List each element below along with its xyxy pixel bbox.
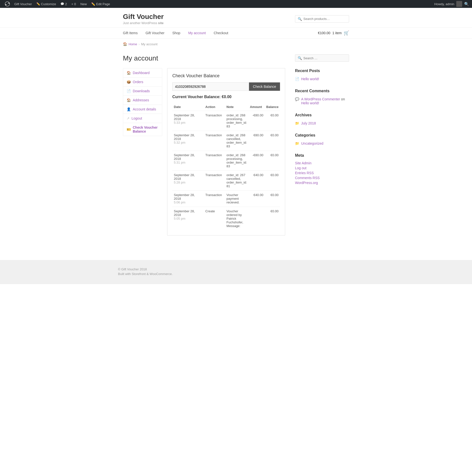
logout-icon: ↗	[127, 116, 130, 120]
account-nav-link-dashboard[interactable]: 🏠 Dashboard	[123, 68, 162, 77]
account-nav-item-orders: 📦 Orders	[123, 78, 162, 86]
sidebar-search-icon: 🔍	[298, 56, 302, 60]
breadcrumb-separator: ›	[139, 42, 140, 46]
site-footer: © Gift Voucher 2018 Built with Storefron…	[0, 260, 472, 284]
table-row: September 28, 20185:06 pm Transaction Vo…	[172, 191, 280, 207]
recent-comments-widget: Recent Comments 💬 A WordPress Commenter …	[295, 89, 349, 106]
dashboard-icon: 🏠	[127, 71, 131, 75]
header-search-box: 🔍	[295, 15, 349, 23]
account-nav-link-logout[interactable]: ↗ Logout	[123, 114, 162, 123]
customize-button[interactable]: ✏️ Customize	[34, 0, 58, 8]
voucher-section-title: Check Voucher Balance	[172, 73, 280, 79]
cell-note: Voucher ordered by Patrick Fuchshofer, M…	[225, 207, 248, 231]
edit-page-button[interactable]: ✏️ Edit Page	[89, 0, 112, 8]
site-description: Just another WordPress site	[123, 21, 164, 25]
nav-menu: Gift Items Gift Voucher Shop My account …	[123, 28, 232, 38]
categories-title: Categories	[295, 133, 349, 137]
account-nav-link-account-details[interactable]: 👤 Account details	[123, 105, 162, 114]
cell-amount: -€80.00	[248, 111, 265, 131]
orders-icon: 📦	[127, 80, 131, 84]
nav-link-shop[interactable]: Shop	[168, 28, 184, 38]
nav-item-gift-voucher: Gift Voucher	[142, 28, 168, 38]
archives-title: Archives	[295, 113, 349, 117]
downloads-icon: 📄	[127, 89, 131, 93]
cart-items-count: 1 item	[332, 31, 342, 35]
search-widget: 🔍	[295, 54, 349, 62]
home-icon: 🏠	[123, 42, 127, 46]
sidebar-search-input[interactable]	[303, 56, 346, 60]
cell-note: Voucher payment recieved.	[225, 191, 248, 207]
recent-posts-widget: Recent Posts 📄 Hello world!	[295, 69, 349, 82]
category-link-uncategorized[interactable]: Uncategorized	[301, 141, 323, 145]
meta-link-comments-rss[interactable]: Comments RSS	[295, 176, 320, 180]
category-item-uncategorized: 📁 Uncategorized	[295, 140, 349, 146]
cart-widget[interactable]: €100.00 1 item 🛒	[318, 30, 349, 36]
account-nav-item-account-details: 👤 Account details	[123, 105, 162, 114]
cell-note: order_id: 268 cancelled, order_item_id: …	[225, 131, 248, 151]
cell-note: order_id: 267 cancelled, order_item_id: …	[225, 171, 248, 191]
site-title[interactable]: Gift Voucher	[123, 13, 164, 20]
breadcrumb-wrapper: 🏠 Home › My account	[118, 39, 354, 50]
recent-posts-list: 📄 Hello world!	[295, 76, 349, 82]
nav-link-checkout[interactable]: Checkout	[210, 28, 232, 38]
breadcrumb-current: My account	[141, 42, 157, 46]
drafts-button[interactable]: + 0	[69, 0, 78, 8]
recent-comments-title: Recent Comments	[295, 89, 349, 93]
wp-logo-button[interactable]	[3, 0, 12, 8]
meta-list: Site Admin Log out Entries RSS Comments …	[295, 161, 349, 185]
cell-action: Transaction	[204, 171, 225, 191]
site-name-button[interactable]: Gift Voucher	[12, 0, 34, 8]
voucher-box: Check Voucher Balance Check Balance Curr…	[167, 68, 285, 236]
col-header-date: Date	[172, 103, 204, 111]
account-nav-item-addresses: 🏠 Addresses	[123, 96, 162, 105]
table-header: Date Action Note Amount Balance	[172, 103, 280, 111]
nav-item-my-account: My account	[184, 28, 210, 38]
archive-link-july-2018[interactable]: July 2018	[301, 121, 316, 125]
cell-note: order_id: 268 processing, order_item_id:…	[225, 151, 248, 171]
sidebar: 🔍 Recent Posts 📄 Hello world! Recent Com…	[295, 54, 349, 240]
comments-button[interactable]: 💬 2	[59, 0, 69, 8]
col-header-balance: Balance	[265, 103, 280, 111]
cell-date: September 28, 20185:06 pm	[172, 191, 204, 207]
commented-post-link[interactable]: Hello world!	[301, 101, 319, 105]
post-icon: 📄	[295, 77, 299, 81]
nav-link-gift-items[interactable]: Gift Items	[123, 28, 142, 38]
new-button[interactable]: New	[79, 0, 89, 8]
cell-amount: €80.00	[248, 131, 265, 151]
search-icon: 🔍	[298, 17, 302, 21]
cell-action: Create	[204, 207, 225, 231]
meta-log-out: Log out	[295, 166, 349, 170]
nav-link-gift-voucher[interactable]: Gift Voucher	[142, 28, 168, 38]
meta-link-log-out[interactable]: Log out	[295, 166, 307, 170]
recent-post-link-hello-world[interactable]: Hello world!	[301, 77, 319, 81]
archives-list: 📁 July 2018	[295, 120, 349, 126]
meta-link-wordpress-org[interactable]: WordPress.org	[295, 181, 318, 185]
account-nav-link-downloads[interactable]: 📄 Downloads	[123, 86, 162, 95]
table-row: September 28, 20185:31 pm Transaction or…	[172, 151, 280, 171]
voucher-code-input[interactable]	[172, 82, 249, 91]
recent-post-item: 📄 Hello world!	[295, 76, 349, 82]
cell-amount	[248, 207, 265, 231]
nav-link-my-account[interactable]: My account	[184, 28, 210, 38]
col-header-action: Action	[204, 103, 225, 111]
check-balance-button[interactable]: Check Balance	[249, 82, 280, 91]
cart-amount: €100.00	[318, 31, 330, 35]
meta-link-entries-rss[interactable]: Entries RSS	[295, 171, 314, 175]
account-nav-link-addresses[interactable]: 🏠 Addresses	[123, 96, 162, 104]
col-header-amount: Amount	[248, 103, 265, 111]
header-search-input[interactable]	[303, 17, 346, 21]
categories-widget: Categories 📁 Uncategorized	[295, 133, 349, 146]
site-branding: Gift Voucher Just another WordPress site	[123, 13, 164, 25]
meta-link-site-admin[interactable]: Site Admin	[295, 161, 311, 165]
content-wrapper: My account 🏠 Dashboard 📦	[118, 50, 354, 250]
footer-built-with: Built with Storefront & WooCommerce.	[118, 272, 354, 276]
commenter-link[interactable]: A WordPress Commenter	[301, 97, 340, 101]
account-nav-link-check-voucher[interactable]: 🎫 Check Voucher Balance	[123, 123, 162, 136]
category-icon: 📁	[295, 141, 299, 145]
nav-item-gift-items: Gift Items	[123, 28, 142, 38]
transactions-body: September 28, 20185:33 pm Transaction or…	[172, 111, 280, 231]
breadcrumb-home[interactable]: Home	[129, 42, 137, 46]
cell-action: Transaction	[204, 151, 225, 171]
account-nav-link-orders[interactable]: 📦 Orders	[123, 78, 162, 86]
search-icon[interactable]: 🔍	[464, 2, 469, 6]
